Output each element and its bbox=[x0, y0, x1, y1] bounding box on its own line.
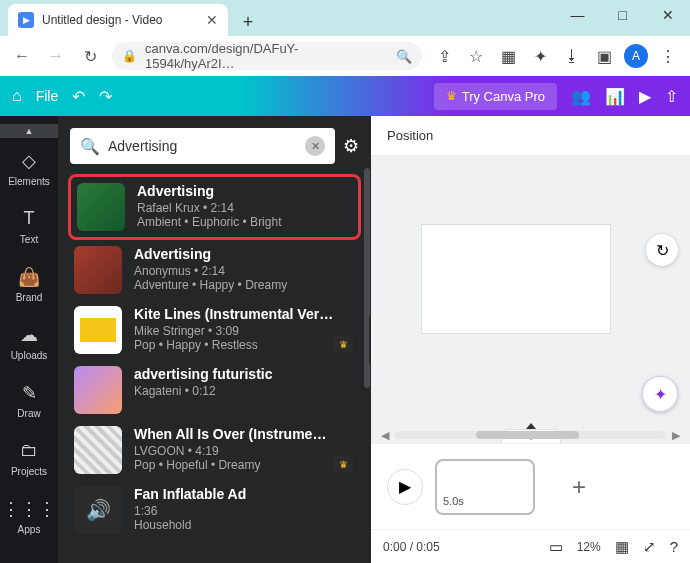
track-thumb bbox=[77, 183, 125, 231]
brand-icon: 👜 bbox=[18, 266, 40, 288]
track-meta: LVGOON • 4:19 bbox=[134, 444, 355, 458]
audio-results: Advertising Rafael Krux • 2:14 Ambient •… bbox=[58, 172, 371, 563]
redo-icon[interactable]: ↷ bbox=[99, 87, 112, 106]
track-thumb: 🔊 bbox=[74, 486, 122, 534]
tab-title: Untitled design - Video bbox=[42, 13, 198, 27]
time-display: 0:00 / 0:05 bbox=[383, 540, 440, 554]
canva-favicon: ▶ bbox=[18, 12, 34, 28]
search-input[interactable] bbox=[108, 138, 297, 154]
extension-icon[interactable]: ▦ bbox=[496, 44, 520, 68]
window-close[interactable]: ✕ bbox=[645, 0, 690, 30]
add-clip-button[interactable]: + bbox=[547, 459, 611, 515]
text-icon: T bbox=[18, 208, 40, 230]
rail-draw[interactable]: ✎Draw bbox=[0, 372, 58, 428]
canvas-frame[interactable] bbox=[421, 224, 611, 334]
apps-icon: ⋮⋮⋮ bbox=[18, 498, 40, 520]
back-button[interactable]: ← bbox=[10, 44, 34, 68]
share-icon[interactable]: ⇪ bbox=[432, 44, 456, 68]
close-tab-icon[interactable]: ✕ bbox=[206, 12, 218, 28]
track-tags: Ambient • Euphoric • Bright bbox=[137, 215, 352, 229]
share-icon-top[interactable]: ⇧ bbox=[665, 87, 678, 106]
track-tags: Adventure • Happy • Dreamy bbox=[134, 278, 355, 292]
track-tags: Pop • Hopeful • Dreamy bbox=[134, 458, 355, 472]
file-menu[interactable]: File bbox=[36, 88, 59, 104]
rail-apps[interactable]: ⋮⋮⋮Apps bbox=[0, 488, 58, 544]
puzzle-icon[interactable]: ✦ bbox=[528, 44, 552, 68]
panel-icon[interactable]: ▣ bbox=[592, 44, 616, 68]
forward-button[interactable]: → bbox=[44, 44, 68, 68]
scroll-left-icon[interactable]: ◀ bbox=[381, 429, 389, 442]
pages-icon[interactable]: ▭ bbox=[549, 538, 563, 556]
canvas-toolbar: Position bbox=[371, 116, 690, 156]
undo-icon[interactable]: ↶ bbox=[72, 87, 85, 106]
audio-track[interactable]: When All Is Over (Instrumenta… LVGOON • … bbox=[68, 420, 361, 480]
people-icon[interactable]: 👥 bbox=[571, 87, 591, 106]
rail-projects[interactable]: 🗀Projects bbox=[0, 430, 58, 486]
rail-elements[interactable]: ◇Elements bbox=[0, 140, 58, 196]
clear-search-icon[interactable]: ✕ bbox=[305, 136, 325, 156]
track-thumb bbox=[74, 366, 122, 414]
zoom-level[interactable]: 12% bbox=[577, 540, 601, 554]
filter-icon[interactable]: ⚙ bbox=[343, 135, 359, 157]
audio-track[interactable]: Advertising Rafael Krux • 2:14 Ambient •… bbox=[68, 174, 361, 240]
h-scroll-thumb[interactable] bbox=[476, 431, 579, 439]
home-icon[interactable]: ⌂ bbox=[12, 87, 22, 105]
left-rail: ▲ ◇Elements TText 👜Brand ☁Uploads ✎Draw … bbox=[0, 116, 58, 563]
track-title: advertising futuristic bbox=[134, 366, 334, 382]
audio-track[interactable]: advertising futuristic Kagateni • 0:12 bbox=[68, 360, 361, 420]
audio-track[interactable]: Advertising Anonymus • 2:14 Adventure • … bbox=[68, 240, 361, 300]
track-title: Kite Lines (Instrumental Versi… bbox=[134, 306, 334, 322]
url-box[interactable]: 🔒 canva.com/design/DAFuY-1594k/hyAr2I… 🔍 bbox=[112, 42, 422, 70]
elements-icon: ◇ bbox=[18, 150, 40, 172]
rail-uploads[interactable]: ☁Uploads bbox=[0, 314, 58, 370]
analytics-icon[interactable]: 📊 bbox=[605, 87, 625, 106]
scroll-right-icon[interactable]: ▶ bbox=[672, 429, 680, 442]
grid-view-icon[interactable]: ▦ bbox=[615, 538, 629, 556]
track-meta: 1:36 bbox=[134, 504, 355, 518]
rail-scroll-up[interactable]: ▲ bbox=[0, 124, 58, 138]
canva-top-bar: ⌂ File ↶ ↷ ♛Try Canva Pro 👥 📊 ▶ ⇧ bbox=[0, 76, 690, 116]
canvas-stage[interactable]: ↻ ✦ ⌄ ◀ ▶ bbox=[371, 156, 690, 443]
track-thumb bbox=[74, 426, 122, 474]
track-meta: Rafael Krux • 2:14 bbox=[137, 201, 352, 215]
fullscreen-icon[interactable]: ⤢ bbox=[643, 538, 656, 556]
window-min[interactable]: — bbox=[555, 0, 600, 30]
audio-track[interactable]: 🔊 Fan Inflatable Ad 1:36 Household bbox=[68, 480, 361, 540]
zoom-icon[interactable]: 🔍 bbox=[396, 49, 412, 64]
rail-text[interactable]: TText bbox=[0, 198, 58, 254]
reload-button[interactable]: ↻ bbox=[78, 44, 102, 68]
track-tags: Household bbox=[134, 518, 355, 532]
track-meta: Mike Stringer • 3:09 bbox=[134, 324, 355, 338]
refresh-icon[interactable]: ↻ bbox=[646, 234, 678, 266]
help-icon[interactable]: ? bbox=[670, 538, 678, 555]
play-button[interactable]: ▶ bbox=[387, 469, 423, 505]
uploads-icon: ☁ bbox=[18, 324, 40, 346]
search-box[interactable]: 🔍 ✕ bbox=[70, 128, 335, 164]
projects-icon: 🗀 bbox=[18, 440, 40, 462]
menu-icon[interactable]: ⋮ bbox=[656, 44, 680, 68]
rail-brand[interactable]: 👜Brand bbox=[0, 256, 58, 312]
draw-icon: ✎ bbox=[18, 382, 40, 404]
timeline: ▶ 5.0s + 0:00 / 0:05 ▭ 12% ▦ ⤢ ? bbox=[371, 443, 690, 563]
present-icon[interactable]: ▶ bbox=[639, 87, 651, 106]
track-thumb bbox=[74, 246, 122, 294]
pro-badge-icon: ♛ bbox=[333, 456, 353, 472]
h-scroll[interactable]: ◀ ▶ bbox=[381, 429, 680, 441]
side-panel: 🔍 ✕ ⚙ Advertising Rafael Krux • 2:14 Amb… bbox=[58, 116, 371, 563]
new-tab-button[interactable]: + bbox=[234, 8, 262, 36]
download-icon[interactable]: ⭳ bbox=[560, 44, 584, 68]
browser-tab[interactable]: ▶ Untitled design - Video ✕ bbox=[8, 4, 228, 36]
audio-track[interactable]: Kite Lines (Instrumental Versi… Mike Str… bbox=[68, 300, 361, 360]
track-meta: Kagateni • 0:12 bbox=[134, 384, 355, 398]
pro-badge-icon: ♛ bbox=[333, 336, 353, 352]
try-pro-button[interactable]: ♛Try Canva Pro bbox=[434, 83, 557, 110]
position-button[interactable]: Position bbox=[387, 128, 433, 143]
timeline-clip[interactable]: 5.0s bbox=[435, 459, 535, 515]
magic-icon[interactable]: ✦ bbox=[642, 376, 678, 412]
window-max[interactable]: □ bbox=[600, 0, 645, 30]
search-icon: 🔍 bbox=[80, 137, 100, 156]
url-text: canva.com/design/DAFuY-1594k/hyAr2I… bbox=[145, 41, 388, 71]
track-title: Advertising bbox=[137, 183, 337, 199]
star-icon[interactable]: ☆ bbox=[464, 44, 488, 68]
avatar[interactable]: A bbox=[624, 44, 648, 68]
